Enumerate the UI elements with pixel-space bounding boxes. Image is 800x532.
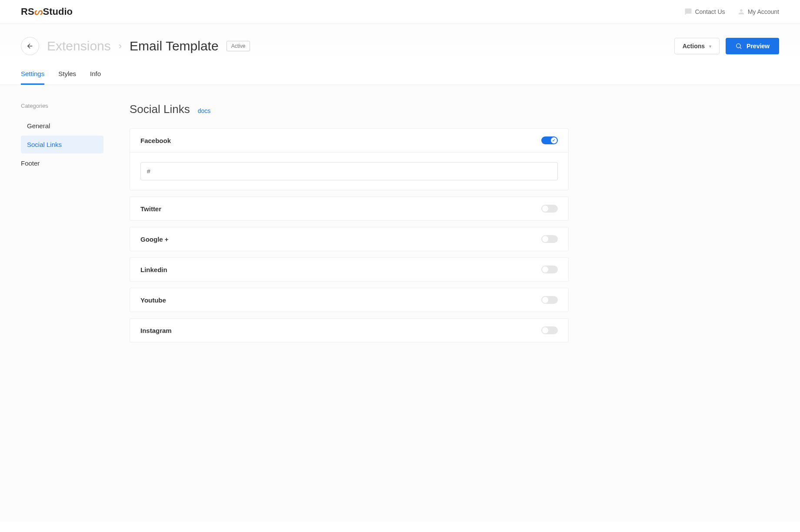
arrow-left-icon bbox=[26, 42, 34, 50]
my-account-label: My Account bbox=[748, 8, 779, 15]
svg-line-2 bbox=[740, 47, 741, 49]
docs-link[interactable]: docs bbox=[198, 107, 211, 114]
social-card-twitter: Twitter bbox=[130, 196, 569, 221]
toggle-instagram[interactable] bbox=[541, 326, 558, 334]
social-card-header: Instagram bbox=[130, 319, 568, 342]
topbar: RSᔕStudio Contact Us My Account bbox=[0, 0, 800, 24]
social-card-linkedin: Linkedin bbox=[130, 257, 569, 282]
sidebar-item-social-links[interactable]: Social Links bbox=[21, 136, 103, 153]
social-name: Youtube bbox=[140, 296, 166, 304]
social-card-header: Linkedin bbox=[130, 258, 568, 281]
breadcrumb: Extensions › Email Template Active bbox=[21, 37, 250, 55]
person-icon bbox=[737, 8, 745, 16]
page-header: Extensions › Email Template Active Actio… bbox=[0, 24, 800, 64]
contact-us-label: Contact Us bbox=[695, 8, 725, 15]
social-card-facebook: Facebook bbox=[130, 128, 569, 190]
tab-styles[interactable]: Styles bbox=[58, 64, 76, 85]
contact-us-link[interactable]: Contact Us bbox=[684, 8, 725, 16]
tab-settings[interactable]: Settings bbox=[21, 64, 44, 85]
social-card-header: Facebook bbox=[130, 129, 568, 152]
social-name: Instagram bbox=[140, 327, 172, 334]
header-actions: Actions ▾ Preview bbox=[674, 38, 779, 54]
breadcrumb-current: Email Template bbox=[130, 39, 219, 53]
social-name: Facebook bbox=[140, 137, 171, 144]
back-button[interactable] bbox=[21, 37, 39, 55]
tabs: Settings Styles Info bbox=[0, 64, 800, 85]
tab-info[interactable]: Info bbox=[90, 64, 101, 85]
chevron-right-icon: › bbox=[119, 40, 122, 52]
logo-studio: Studio bbox=[43, 6, 73, 17]
search-icon bbox=[735, 43, 742, 50]
social-name: Twitter bbox=[140, 205, 161, 213]
actions-dropdown-button[interactable]: Actions ▾ bbox=[674, 38, 720, 54]
sidebar: Categories General Social Links Footer bbox=[21, 103, 103, 504]
social-card-header: Google + bbox=[130, 227, 568, 251]
social-card-body bbox=[130, 152, 568, 190]
sidebar-item-footer[interactable]: Footer bbox=[21, 154, 103, 172]
breadcrumb-parent[interactable]: Extensions bbox=[47, 39, 111, 53]
content: Categories General Social Links Footer S… bbox=[0, 85, 800, 522]
caret-down-icon: ▾ bbox=[709, 44, 711, 49]
toggle-twitter[interactable] bbox=[541, 205, 558, 213]
svg-point-1 bbox=[737, 44, 740, 48]
logo-swirl-icon: ᔕ bbox=[34, 6, 43, 17]
social-card-header: Youtube bbox=[130, 288, 568, 312]
main-panel: Social Links docs Facebook Twitter Googl… bbox=[130, 103, 569, 504]
chat-icon bbox=[684, 8, 692, 16]
preview-label: Preview bbox=[747, 43, 770, 50]
toggle-youtube[interactable] bbox=[541, 296, 558, 304]
social-card-header: Twitter bbox=[130, 197, 568, 220]
logo[interactable]: RSᔕStudio bbox=[21, 6, 73, 17]
toggle-google-plus[interactable] bbox=[541, 235, 558, 243]
actions-label: Actions bbox=[683, 43, 705, 50]
social-name: Google + bbox=[140, 236, 169, 243]
toggle-linkedin[interactable] bbox=[541, 266, 558, 273]
social-name: Linkedin bbox=[140, 266, 167, 273]
logo-rs: RS bbox=[21, 6, 34, 17]
status-badge: Active bbox=[227, 41, 250, 51]
facebook-url-input[interactable] bbox=[140, 162, 558, 180]
social-card-instagram: Instagram bbox=[130, 318, 569, 342]
my-account-link[interactable]: My Account bbox=[737, 8, 779, 16]
toggle-facebook[interactable] bbox=[541, 136, 558, 144]
topbar-right: Contact Us My Account bbox=[684, 8, 779, 16]
social-card-google-plus: Google + bbox=[130, 227, 569, 251]
preview-button[interactable]: Preview bbox=[726, 38, 779, 54]
sidebar-title: Categories bbox=[21, 103, 103, 109]
section-title: Social Links bbox=[130, 103, 190, 116]
sidebar-item-general[interactable]: General bbox=[21, 117, 103, 135]
social-card-youtube: Youtube bbox=[130, 288, 569, 312]
section-header: Social Links docs bbox=[130, 103, 569, 116]
